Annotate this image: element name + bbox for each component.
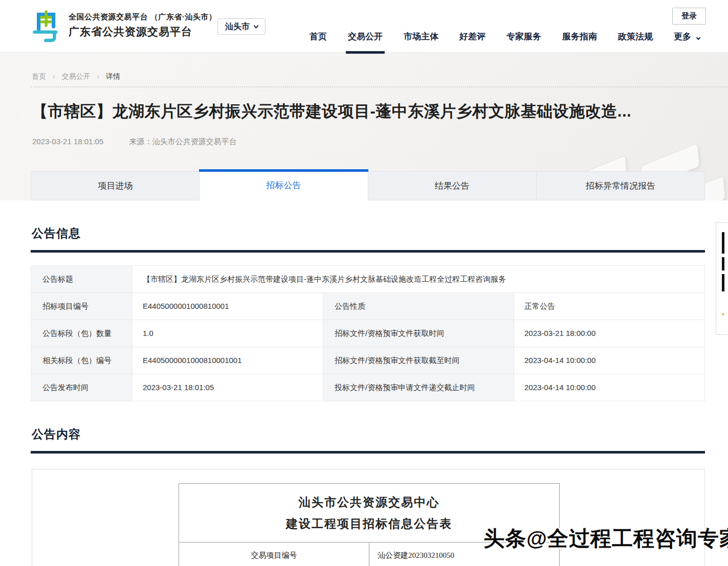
- breadcrumb-trade-public[interactable]: 交易公开: [61, 72, 90, 80]
- row-label: 交易项目编号: [179, 542, 369, 566]
- nav-item-rating[interactable]: 好差评: [459, 31, 486, 42]
- site-header: 全国公共资源交易平台 （广东省·汕头市） 广东省公共资源交易平台 汕头市 首页 …: [0, 0, 728, 53]
- row-label: 公告标题: [31, 266, 133, 293]
- tab-abnormal-report[interactable]: 招标异常情况报告: [536, 171, 705, 200]
- nav-item-trade-public[interactable]: 交易公开: [348, 31, 383, 42]
- row-value: 2023-04-14 10:00:00: [514, 347, 705, 374]
- main-nav: 首页 交易公开 市场主体 好差评 专家服务 服务指南 政策法规 更多: [310, 31, 700, 42]
- nav-item-more[interactable]: 更多: [674, 31, 700, 42]
- platform-name-province: 广东省公共资源交易平台: [69, 25, 216, 39]
- row-value: 2023-03-21 18:00:00: [514, 320, 705, 347]
- row-value: 【市辖区】龙湖东片区乡村振兴示范带建设项目-蓬中东溪片乡村文脉基础设施改造工程全…: [133, 266, 705, 293]
- row-label: 公告性质: [323, 293, 514, 320]
- breadcrumb-separator: ›: [97, 72, 99, 80]
- row-label: 相关标段（包）编号: [31, 347, 133, 374]
- publish-time: 2023-03-21 18:01:05: [32, 137, 103, 146]
- breadcrumb-divider: [31, 86, 728, 87]
- platform-logo-icon: [32, 7, 61, 44]
- tab-project-entry[interactable]: 项目进场: [31, 171, 199, 200]
- floating-side-widget[interactable]: [716, 222, 728, 335]
- announcement-tabs: 项目进场 招标公告 结果公告 招标异常情况报告: [31, 171, 705, 200]
- row-value: 2023-03-21 18:01:05: [133, 374, 323, 401]
- article-meta: 2023-03-21 18:01:05 来源：汕头市公共资源交易平台: [32, 137, 236, 147]
- row-label: 公告标段（包）数量: [31, 320, 133, 347]
- row-value: 2023-04-14 10:00:00: [514, 374, 705, 401]
- info-section-heading: 公告信息: [32, 225, 728, 241]
- article-banner: 首页 › 交易公开 › 详情 【市辖区】龙湖东片区乡村振兴示范带建设项目-蓬中东…: [0, 53, 728, 200]
- breadcrumb: 首页 › 交易公开 › 详情: [32, 72, 120, 81]
- nav-item-service-guide[interactable]: 服务指南: [562, 31, 597, 42]
- row-label: 招标文件/资格预审文件获取时间: [323, 320, 514, 347]
- row-value: 正常公告: [514, 293, 705, 320]
- brand: 全国公共资源交易平台 （广东省·汕头市） 广东省公共资源交易平台: [32, 7, 216, 44]
- side-widget-dot: [722, 313, 724, 315]
- table-row: 相关标段（包）编号 E4405000001000810001001 招标文件/资…: [31, 347, 705, 374]
- content-section-heading: 公告内容: [32, 426, 728, 442]
- row-value: E4405000001000810001: [133, 293, 323, 320]
- row-label: 招标文件/资格预审文件获取截至时间: [323, 347, 514, 374]
- nav-item-more-label: 更多: [674, 32, 691, 41]
- row-label: 公告发布时间: [31, 374, 133, 401]
- chevron-down-icon: [696, 36, 700, 40]
- page-title: 【市辖区】龙湖东片区乡村振兴示范带建设项目-蓬中东溪片乡村文脉基础设施改造...: [32, 101, 712, 122]
- side-widget-text-decoration: [722, 232, 724, 254]
- platform-name-national: 全国公共资源交易平台 （广东省·汕头市）: [69, 12, 216, 22]
- breadcrumb-separator: ›: [53, 72, 55, 80]
- table-row: 招标项目编号 E4405000001000810001 公告性质 正常公告: [31, 293, 705, 320]
- tab-result-announcement[interactable]: 结果公告: [368, 171, 536, 200]
- nav-item-home[interactable]: 首页: [310, 31, 327, 42]
- login-button[interactable]: 登录: [672, 8, 706, 25]
- breadcrumb-detail: 详情: [106, 72, 120, 80]
- row-label: 投标文件/资格预审申请文件递交截止时间: [323, 374, 514, 401]
- table-row: 公告标段（包）数量 1.0 招标文件/资格预审文件获取时间 2023-03-21…: [31, 320, 705, 347]
- nav-item-policy[interactable]: 政策法规: [618, 31, 653, 42]
- chevron-down-icon: [254, 23, 259, 28]
- tab-bid-announcement[interactable]: 招标公告: [199, 171, 367, 200]
- table-row: 公告发布时间 2023-03-21 18:01:05 投标文件/资格预审申请文件…: [31, 374, 705, 401]
- announcement-info-table: 公告标题 【市辖区】龙湖东片区乡村振兴示范带建设项目-蓬中东溪片乡村文脉基础设施…: [31, 265, 705, 401]
- content-section-rule: [31, 451, 705, 454]
- city-selector-value: 汕头市: [225, 21, 250, 32]
- city-selector[interactable]: 汕头市: [217, 18, 266, 35]
- doc-title-line1: 汕头市公共资源交易中心: [179, 492, 559, 513]
- row-label: 招标项目编号: [31, 293, 133, 320]
- table-row: 公告标题 【市辖区】龙湖东片区乡村振兴示范带建设项目-蓬中东溪片乡村文脉基础设施…: [31, 266, 705, 293]
- side-widget-text-decoration: [722, 274, 724, 291]
- breadcrumb-home[interactable]: 首页: [32, 72, 46, 80]
- source-label: 来源：汕头市公共资源交易平台: [129, 137, 236, 146]
- row-value: E4405000001000810001001: [133, 347, 323, 374]
- row-value: 1.0: [133, 320, 323, 347]
- nav-item-market-entity[interactable]: 市场主体: [404, 31, 438, 42]
- side-widget-text-decoration: [722, 257, 724, 270]
- info-section-rule: [31, 250, 705, 253]
- toutiao-watermark: 头条@全过程工程咨询专家: [483, 525, 728, 553]
- nav-item-expert-service[interactable]: 专家服务: [506, 31, 541, 42]
- brand-text: 全国公共资源交易平台 （广东省·汕头市） 广东省公共资源交易平台: [69, 12, 216, 39]
